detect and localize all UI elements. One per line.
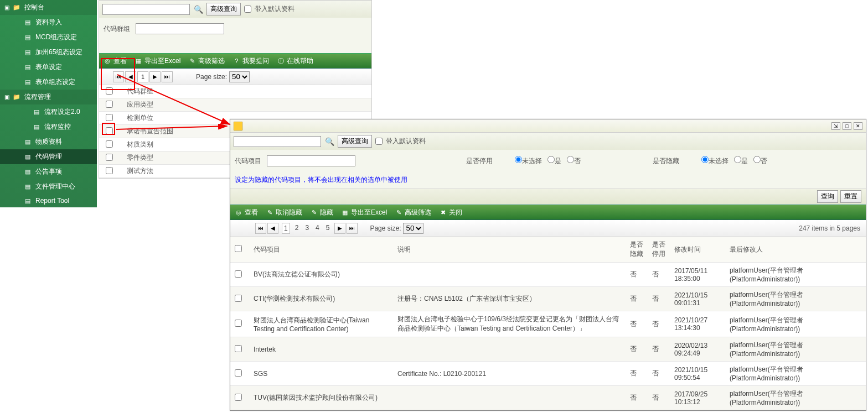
cell-disabled: 否 xyxy=(648,337,670,362)
view-button[interactable]: ◎查看 xyxy=(235,208,258,217)
row-label: 零件类型 xyxy=(116,153,153,163)
table-row[interactable]: TUV(德国莱因技术监护顾问股份有限公司)否否2017/09/25 10:13:… xyxy=(230,386,866,410)
load-default-checkbox[interactable] xyxy=(244,6,251,13)
pager-page[interactable]: 5 xyxy=(324,223,332,234)
select-all-checkbox[interactable] xyxy=(235,245,242,252)
sidebar-item[interactable]: ▤代码管理 xyxy=(0,149,97,164)
button-row: 查询 重置 xyxy=(230,188,866,205)
pin-button[interactable]: ⇲ xyxy=(831,122,840,130)
sidebar-item[interactable]: ▤表单设定 xyxy=(0,60,97,75)
sidebar-item[interactable]: ▤加州65组态设定 xyxy=(0,45,97,60)
sidebar-item[interactable]: ▤Report Tool xyxy=(0,194,97,207)
row-checkbox[interactable] xyxy=(235,394,242,401)
pager-first[interactable]: ⏮ xyxy=(113,71,124,82)
row-checkbox[interactable] xyxy=(235,270,242,278)
col-hidden: 是否隐藏 xyxy=(626,237,648,263)
query-button[interactable]: 查询 xyxy=(817,190,838,203)
unhide-button[interactable]: ✎取消隐藏 xyxy=(266,208,302,217)
code-group-input[interactable] xyxy=(136,23,224,34)
cell-desc xyxy=(393,386,626,410)
page-icon: ▤ xyxy=(32,123,41,131)
page-size-select[interactable]: 50 xyxy=(403,223,423,234)
view-button[interactable]: ◎查看 xyxy=(104,56,127,66)
list-item[interactable]: 代码群组 xyxy=(99,85,371,98)
table-row[interactable]: Intertek否否2020/02/13 09:24:49platformUse… xyxy=(230,337,866,362)
pager-info: 247 items in 5 pages xyxy=(799,224,860,232)
export-button[interactable]: ▦导出至Excel xyxy=(135,56,180,66)
search-input[interactable] xyxy=(102,4,190,15)
table-row[interactable]: SGSCertificate No.: L0210-200121否否2021/1… xyxy=(230,362,866,386)
search-input[interactable] xyxy=(234,136,321,147)
sidebar-item[interactable]: ▤MCD组态设定 xyxy=(0,30,97,45)
row-checkbox[interactable] xyxy=(235,369,242,377)
row-checkbox[interactable] xyxy=(106,87,113,95)
row-checkbox[interactable] xyxy=(106,140,113,148)
radio-no[interactable]: 否 xyxy=(567,156,581,166)
list-item[interactable]: 应用类型 xyxy=(99,98,371,112)
sidebar-item[interactable]: ▤物质资料 xyxy=(0,134,97,149)
row-checkbox[interactable] xyxy=(106,101,113,108)
cell-disabled: 否 xyxy=(648,263,670,287)
adv-filter-button[interactable]: ✎高级筛选 xyxy=(188,56,225,66)
row-checkbox[interactable] xyxy=(235,320,242,327)
close-button[interactable]: ✕ xyxy=(854,122,862,130)
sidebar-item[interactable]: ▤流程监控 xyxy=(0,119,97,134)
sidebar-item[interactable]: ▤表单组态设定 xyxy=(0,75,97,90)
row-checkbox[interactable] xyxy=(235,345,242,352)
maximize-button[interactable]: □ xyxy=(843,122,851,130)
pager-last[interactable]: ⏭ xyxy=(347,223,358,234)
pager-next[interactable]: ▶ xyxy=(334,223,345,234)
col-mtime: 修改时间 xyxy=(670,237,725,263)
table-row[interactable]: 财团法人台湾商品检测验证中心(Taiwan Testing and Certif… xyxy=(230,311,866,337)
detail-toolbar: ◎查看 ✎取消隐藏 ✎隐藏 ▦导出至Excel ✎高级筛选 ✖关闭 xyxy=(230,205,866,220)
row-checkbox[interactable] xyxy=(235,295,242,302)
row-label: 承诺书宣告范围 xyxy=(116,127,173,136)
adv-filter-button[interactable]: ✎高级筛选 xyxy=(395,208,431,217)
code-item-input[interactable] xyxy=(267,155,355,166)
pager-page[interactable]: 3 xyxy=(303,223,311,234)
pager-page[interactable]: 4 xyxy=(314,223,321,234)
pager-prev[interactable]: ◀ xyxy=(267,223,278,234)
pager-next[interactable]: ▶ xyxy=(149,71,161,82)
pager-prev[interactable]: ◀ xyxy=(125,71,136,82)
adv-search-button[interactable]: 高级查询 xyxy=(338,135,372,148)
cell-hidden: 否 xyxy=(626,386,648,410)
page-icon: ▤ xyxy=(32,108,41,116)
pager-page[interactable]: 1 xyxy=(282,223,290,234)
radio-unselected[interactable]: 未选择 xyxy=(515,156,542,166)
export-button[interactable]: ▦导出至Excel xyxy=(341,208,387,217)
sidebar-item[interactable]: ▤公告事项 xyxy=(0,164,97,179)
pager-page-input[interactable] xyxy=(137,71,148,82)
help-button[interactable]: ⓘ在线帮助 xyxy=(277,56,313,66)
table-row[interactable]: BV(法商法立德公证有限公司)否否2017/05/11 18:35:00plat… xyxy=(230,263,866,287)
search-icon[interactable]: 🔍 xyxy=(324,137,334,147)
reset-button[interactable]: 重置 xyxy=(840,190,861,203)
sidebar-item[interactable]: ▤资料导入 xyxy=(0,15,97,30)
sidebar-root-flow[interactable]: ▣ 📁 流程管理 xyxy=(0,90,97,104)
hide-button[interactable]: ✎隐藏 xyxy=(310,208,333,217)
radio-no[interactable]: 否 xyxy=(753,156,767,166)
adv-search-button[interactable]: 高级查询 xyxy=(206,3,241,15)
page-size-select[interactable]: 50 xyxy=(229,71,250,82)
table-row[interactable]: CTI(华测检测技术有限公司)注册号：CNAS L5102（广东省深圳市宝安区）… xyxy=(230,287,866,311)
radio-yes[interactable]: 是 xyxy=(547,156,561,166)
radio-yes[interactable]: 是 xyxy=(734,156,748,166)
search-icon[interactable]: 🔍 xyxy=(193,4,203,14)
row-checkbox[interactable] xyxy=(106,154,113,161)
load-default-checkbox[interactable] xyxy=(375,138,383,145)
row-checkbox[interactable] xyxy=(106,167,113,174)
page-icon: ▤ xyxy=(23,183,32,191)
row-checkbox[interactable] xyxy=(106,127,113,134)
pager-last[interactable]: ⏭ xyxy=(162,71,173,82)
edit-icon: ✎ xyxy=(266,208,273,216)
sidebar-item[interactable]: ▤文件管理中心 xyxy=(0,179,97,194)
cell-hidden: 否 xyxy=(626,263,648,287)
pager-page[interactable]: 2 xyxy=(293,223,301,234)
sidebar-item[interactable]: ▤流程设定2.0 xyxy=(0,104,97,119)
close-button[interactable]: ✖关闭 xyxy=(439,208,462,217)
sidebar-root-console[interactable]: ▣ 📁 控制台 xyxy=(0,0,97,15)
pager-first[interactable]: ⏮ xyxy=(255,223,266,234)
radio-unselected[interactable]: 未选择 xyxy=(701,156,728,166)
row-checkbox[interactable] xyxy=(106,114,113,121)
question-button[interactable]: ?我要提问 xyxy=(232,56,269,66)
